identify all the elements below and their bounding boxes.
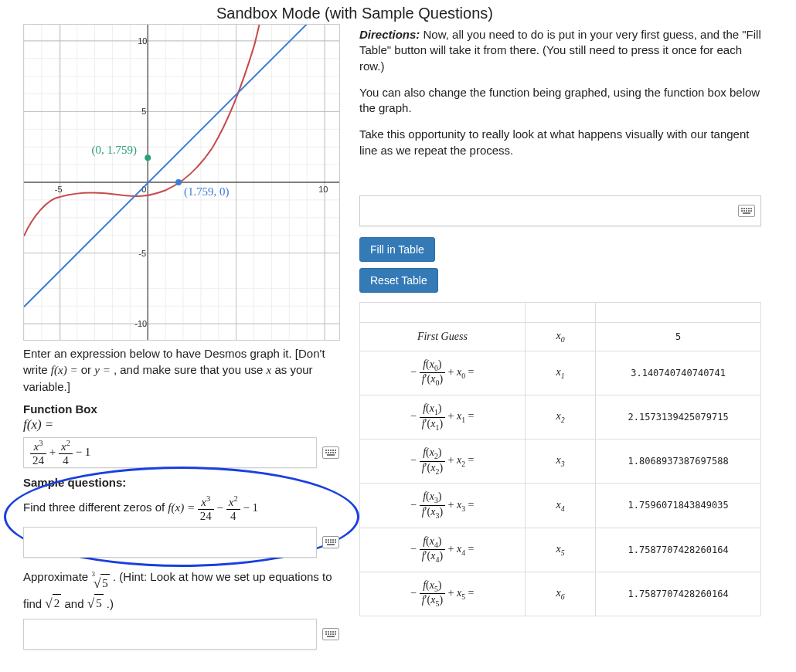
svg-rect-79 — [330, 633, 332, 635]
svg-rect-69 — [332, 541, 334, 543]
svg-rect-58 — [332, 452, 334, 453]
svg-rect-63 — [330, 539, 332, 541]
reset-table-button[interactable]: Reset Table — [359, 268, 438, 293]
table-row: − f(x5)f′(x5) + x5 =x61.7587707428260164 — [360, 572, 761, 616]
function-box-prefix: f(x) = — [23, 417, 345, 433]
svg-text:5: 5 — [141, 107, 146, 116]
svg-rect-68 — [330, 541, 332, 543]
svg-rect-86 — [748, 208, 750, 209]
svg-rect-67 — [328, 541, 329, 543]
svg-rect-72 — [325, 631, 327, 633]
table-row: − f(x2)f′(x2) + x2 =x31.8068937387697588 — [360, 440, 761, 484]
svg-rect-83 — [741, 208, 743, 209]
svg-rect-56 — [328, 452, 329, 453]
svg-rect-78 — [328, 633, 329, 635]
svg-rect-65 — [335, 539, 336, 541]
point-label-1: (0, 1.759) — [92, 144, 137, 157]
svg-rect-60 — [327, 454, 335, 456]
svg-rect-88 — [741, 210, 743, 212]
svg-rect-62 — [328, 539, 329, 541]
table-row: − f(x0)f′(x0) + x0 =x13.140740740740741 — [360, 351, 761, 395]
svg-rect-52 — [330, 450, 332, 451]
sample-answer-2-input[interactable] — [23, 619, 317, 650]
svg-text:10: 10 — [138, 36, 147, 46]
svg-text:-10: -10 — [134, 319, 147, 328]
function-box-input[interactable]: x324 + x24 − 1 — [23, 437, 317, 468]
svg-rect-92 — [750, 210, 752, 212]
graph-instructions: Enter an expression below to have Desmos… — [23, 345, 345, 395]
svg-rect-87 — [750, 208, 752, 209]
keyboard-icon[interactable] — [322, 446, 339, 459]
svg-rect-71 — [327, 544, 335, 545]
svg-rect-51 — [328, 450, 329, 451]
point-label-2: (1.759, 0) — [184, 185, 229, 199]
svg-rect-64 — [332, 539, 334, 541]
guess-input[interactable] — [359, 195, 761, 226]
svg-rect-91 — [748, 210, 750, 212]
svg-line-46 — [24, 25, 339, 307]
sample-questions-heading: Sample questions: — [23, 476, 345, 489]
page-title: Sandbox Mode (with Sample Questions) — [0, 0, 796, 24]
table-row: − f(x1)f′(x1) + x1 =x22.1573139425079715 — [360, 395, 761, 439]
svg-rect-54 — [335, 450, 336, 451]
svg-rect-73 — [328, 631, 329, 633]
iteration-table: First Guessx05− f(x0)f′(x0) + x0 =x13.14… — [359, 302, 761, 616]
table-row: − f(x3)f′(x3) + x3 =x41.7596071843849035 — [360, 484, 761, 528]
sample-answer-1-input[interactable] — [23, 527, 317, 558]
table-row: First Guessx05 — [360, 322, 761, 351]
graph-panel[interactable]: 10 5 -5 0 10 -5 -10 — [23, 24, 340, 341]
svg-rect-76 — [335, 631, 336, 633]
svg-point-48 — [175, 179, 182, 185]
sample-question-2: Approximate 3√5 . (Hint: Look at how we … — [23, 568, 345, 614]
svg-rect-89 — [743, 210, 745, 212]
svg-rect-74 — [330, 631, 332, 633]
graph-svg: 10 5 -5 0 10 -5 -10 — [24, 25, 339, 340]
svg-text:-5: -5 — [138, 249, 146, 258]
svg-rect-81 — [335, 633, 336, 635]
keyboard-icon[interactable] — [322, 536, 339, 548]
directions-block: Directions: Now, all you need to do is p… — [359, 27, 766, 158]
svg-rect-53 — [332, 450, 334, 451]
svg-rect-66 — [325, 541, 327, 543]
svg-rect-84 — [743, 208, 745, 209]
svg-rect-70 — [335, 541, 336, 543]
svg-rect-77 — [325, 633, 327, 635]
keyboard-icon[interactable] — [738, 205, 755, 217]
svg-rect-90 — [746, 210, 747, 212]
svg-rect-50 — [325, 450, 327, 451]
svg-text:10: 10 — [318, 185, 328, 194]
svg-text:-5: -5 — [55, 185, 63, 194]
fill-table-button[interactable]: Fill in Table — [359, 237, 435, 262]
svg-rect-82 — [327, 636, 335, 637]
svg-rect-55 — [325, 452, 327, 453]
svg-rect-75 — [332, 631, 334, 633]
svg-rect-57 — [330, 452, 332, 453]
table-row: − f(x4)f′(x4) + x4 =x51.7587707428260164 — [360, 528, 761, 572]
keyboard-icon[interactable] — [322, 628, 339, 640]
svg-rect-59 — [335, 452, 336, 453]
svg-rect-61 — [325, 539, 327, 541]
svg-rect-80 — [332, 633, 334, 635]
svg-rect-93 — [743, 212, 750, 214]
function-box-label: Function Box — [23, 402, 345, 416]
svg-point-47 — [145, 154, 151, 161]
sample-question-1: Find three different zeros of f(x) = x32… — [23, 495, 345, 522]
svg-rect-85 — [746, 208, 747, 209]
